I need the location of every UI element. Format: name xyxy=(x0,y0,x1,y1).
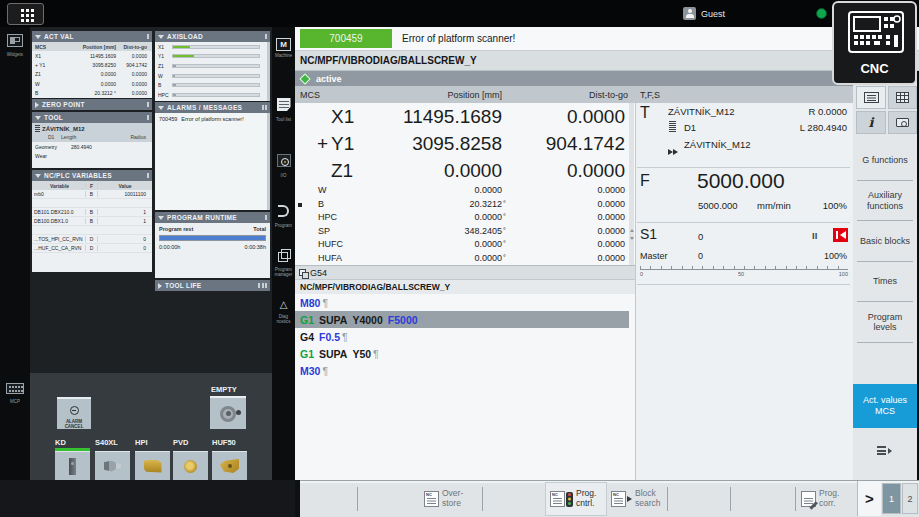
spindle-stop-icon xyxy=(833,228,848,242)
load-bar xyxy=(172,45,260,49)
act-val-body: MCS Position [mm] Dist-to-go X111495.160… xyxy=(32,42,152,98)
nav-tool-list[interactable]: Tool list xyxy=(272,97,295,122)
runtime-elapsed: 0:00:00h xyxy=(159,244,180,250)
alarm-entry[interactable]: 700459 Error of platform scanner! xyxy=(155,113,270,125)
gcode-token: G1 xyxy=(300,314,314,326)
mcp-button[interactable]: MCP xyxy=(0,380,30,404)
alarm-line: 700459 Error of platform scanner! xyxy=(295,27,919,51)
tool-button-hpi[interactable] xyxy=(135,451,170,480)
chevron-down-icon xyxy=(35,116,41,120)
axisload-header[interactable]: AXISLOAD xyxy=(155,31,270,42)
apps-menu-button[interactable] xyxy=(7,3,44,25)
scrollbar[interactable] xyxy=(267,113,270,210)
ncplc-header[interactable]: NC/PLC VARIABLES xyxy=(32,170,152,181)
tool-widget: TOOL ZÁVITNÍK_M12 D1 Length Radius Geome… xyxy=(32,112,152,168)
axis-marker xyxy=(298,203,302,207)
tool-life-widget: TOOL LIFE xyxy=(155,280,270,291)
tool-button-kd[interactable] xyxy=(55,451,90,480)
pilcrow: ¶ xyxy=(420,314,426,326)
empty-slot-button[interactable] xyxy=(210,396,246,429)
corner-notch xyxy=(295,480,300,517)
divider xyxy=(795,487,796,511)
grid-icon xyxy=(896,92,909,103)
program-control-button[interactable]: NC Prog.cntrl. xyxy=(545,482,607,516)
preselect-icon xyxy=(668,141,678,159)
code-line[interactable]: M30 ¶ xyxy=(295,362,629,379)
info-button[interactable]: i xyxy=(856,111,886,134)
zero-point-header[interactable]: ZERO POINT xyxy=(32,99,152,110)
zero-point-widget: ZERO POINT xyxy=(32,99,152,110)
next-softkey-page-button[interactable]: > xyxy=(857,481,881,516)
ncplc-row xyxy=(32,226,152,235)
divider xyxy=(637,284,850,285)
nav-diagnostics[interactable]: △Diag nostics xyxy=(272,294,295,325)
tool-button-huf50[interactable] xyxy=(212,451,247,480)
tool-button-pvd[interactable] xyxy=(173,451,208,480)
mcp-keyboard-icon xyxy=(6,383,24,394)
ncplc-row: ...HUF_CC_CA_RVND0 xyxy=(32,244,152,253)
scrollbar[interactable] xyxy=(629,103,634,265)
widgets-button[interactable]: Widgets xyxy=(0,33,30,57)
position-table-header: MCS Position [mm] Dist-to-go T,F,S xyxy=(295,86,853,103)
runtime-widget: PROGRAM RUNTIME Program restTotal 0:00:0… xyxy=(155,212,270,278)
nav-machine[interactable]: MMachine xyxy=(272,33,295,58)
work-offset-bar: G54 xyxy=(295,265,635,280)
search-arrow-icon xyxy=(627,496,632,502)
user-icon xyxy=(683,7,696,20)
block-search-button[interactable]: NC Blocksearch xyxy=(607,482,669,516)
mcp-label: MCP xyxy=(0,399,30,404)
apps-grid-icon xyxy=(21,9,24,12)
zoom-window-button[interactable] xyxy=(888,86,917,109)
cnc-overlay[interactable]: CNC xyxy=(832,1,917,85)
alarm-message: Error of platform scanner! xyxy=(402,27,515,49)
tool-life-header[interactable]: TOOL LIFE xyxy=(155,280,270,291)
top-bar: Guest xyxy=(0,0,919,27)
axis-row-z1: Z10.00000.0000 xyxy=(295,157,629,184)
act-val-header[interactable]: ACT VAL xyxy=(32,31,152,42)
tool-radius-label: Radius xyxy=(101,134,152,142)
gcode-token: M30 xyxy=(300,365,320,377)
overstore-button[interactable]: NC Over-store xyxy=(420,482,482,516)
code-line[interactable]: M80 ¶ xyxy=(295,294,629,311)
softkey-basic-blocks[interactable]: Basic blocks xyxy=(853,221,917,261)
code-line[interactable]: G1 SUPA Y50 ¶ xyxy=(295,345,629,362)
tool-length: L 280.4940 xyxy=(800,122,847,133)
program-correction-button[interactable]: Prog.corr. xyxy=(797,482,859,516)
runtime-header[interactable]: PROGRAM RUNTIME xyxy=(155,212,270,223)
tool-list-icon xyxy=(277,98,291,111)
softkey-page-1[interactable]: 1 xyxy=(882,483,901,514)
actual-values-window-button[interactable] xyxy=(856,86,886,109)
alarms-header[interactable]: ALARMS / MESSAGES xyxy=(155,102,270,113)
nav-program-manager[interactable]: Program manager xyxy=(272,247,295,278)
softkey-g-functions[interactable]: G functions xyxy=(853,140,917,180)
position-column-label: Position [mm] xyxy=(447,90,502,100)
axis-row-hpc: HPC0.0000°0.0000 xyxy=(295,211,629,225)
divider xyxy=(637,167,850,168)
load-bar xyxy=(172,74,260,78)
screenshot-button[interactable] xyxy=(888,111,917,134)
softkey-times[interactable]: Times xyxy=(853,262,917,301)
softkey-auxiliary-functions[interactable]: Auxiliary functions xyxy=(853,181,917,220)
softkey-page-2[interactable]: 2 xyxy=(902,483,918,514)
nav-program[interactable]: Program xyxy=(272,203,295,228)
operating-area-strip: MMachine Tool list I/O Program Program m… xyxy=(272,27,295,480)
widgets-icon xyxy=(7,34,23,47)
code-line[interactable]: G4 F0.5 ¶ xyxy=(295,328,629,345)
menu-more-icon[interactable] xyxy=(877,446,887,457)
tool-header[interactable]: TOOL xyxy=(32,112,152,123)
tool-label-hpi: HPI xyxy=(135,438,148,447)
tool-image-hpi xyxy=(144,460,162,473)
softkey-program-levels[interactable]: Program levels xyxy=(853,302,917,342)
tool-d-number: D1 xyxy=(35,134,61,142)
alarm-cancel-button[interactable]: ALARMCANCEL xyxy=(57,397,91,429)
softkey-act-values-mcs[interactable]: Act. values MCS xyxy=(853,384,917,428)
tool-button-s40xl[interactable] xyxy=(95,451,130,480)
tool-image-huf50 xyxy=(220,459,239,473)
scrollbar[interactable] xyxy=(267,42,270,101)
code-line-current[interactable]: G1 SUPA Y4000 F5000 ¶ xyxy=(295,311,629,328)
pin-icon xyxy=(265,34,267,39)
tool-label-kd: KD xyxy=(55,438,66,447)
tool-radius: R 0.0000 xyxy=(808,106,847,117)
nav-io[interactable]: I/O xyxy=(272,153,295,178)
chevron-right-icon xyxy=(158,283,162,289)
